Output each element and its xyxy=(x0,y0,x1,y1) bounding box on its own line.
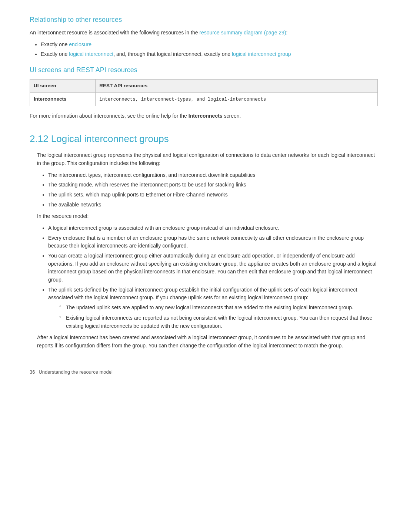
chapter-logical-interconnect-groups: 2.12 Logical interconnect groups The log… xyxy=(30,131,378,350)
bullet2-mid: , and, through that logical interconnect… xyxy=(113,51,232,57)
relationship-list: Exactly one enclosure Exactly one logica… xyxy=(41,41,378,58)
model-bullet-3: You can create a logical interconnect gr… xyxy=(48,252,378,284)
section-ui-rest: UI screens and REST API resources UI scr… xyxy=(30,65,378,120)
model-bullet-list: A logical interconnect group is associat… xyxy=(48,224,378,330)
intro-text: An interconnect resource is associated w… xyxy=(30,30,199,36)
relationship-item-2: Exactly one logical interconnect, and, t… xyxy=(41,50,378,58)
chapter-title: Logical interconnect groups xyxy=(51,133,169,144)
relationship-item-1: Exactly one enclosure xyxy=(41,41,378,49)
enclosure-link[interactable]: enclosure xyxy=(69,41,91,47)
col-header-rest-api: REST API resources xyxy=(96,79,378,92)
footer-note: For more information about interconnects… xyxy=(30,112,378,120)
chapter-bullet-4: The available networks xyxy=(48,201,378,209)
footer-label: Understanding the resource model xyxy=(39,368,112,376)
intro-paragraph: An interconnect resource is associated w… xyxy=(30,29,378,37)
rest-api-code: interconnects, interconnect-types, and l… xyxy=(99,97,266,102)
bullet1-prefix: Exactly one xyxy=(41,41,69,47)
page-footer: 36 Understanding the resource model xyxy=(30,368,378,376)
table-row: Interconnects interconnects, interconnec… xyxy=(30,92,378,106)
resource-summary-link[interactable]: resource summary diagram (page 29) xyxy=(199,30,286,36)
chapter-bullet-1: The interconnect types, interconnect con… xyxy=(48,171,378,179)
sub-bullet-2: Existing logical interconnects are repor… xyxy=(59,314,378,330)
section-relationship: Relationship to other resources An inter… xyxy=(30,15,378,58)
footer-note-bold: Interconnects xyxy=(189,113,223,119)
ui-rest-table: UI screen REST API resources Interconnec… xyxy=(30,79,378,106)
section-heading-relationship: Relationship to other resources xyxy=(30,15,378,25)
chapter-bullet-3: The uplink sets, which map uplink ports … xyxy=(48,191,378,199)
model-bullet-4: The uplink sets defined by the logical i… xyxy=(48,286,378,330)
chapter-intro: The logical interconnect group represent… xyxy=(37,151,378,167)
section-heading-ui-rest: UI screens and REST API resources xyxy=(30,65,378,75)
model-bullet-4-text: The uplink sets defined by the logical i… xyxy=(48,287,357,301)
sub-bullet-1: The updated uplink sets are applied to a… xyxy=(59,304,378,312)
footer-note-suffix: screen. xyxy=(223,113,241,119)
chapter-bullet-2: The stacking mode, which reserves the in… xyxy=(48,181,378,189)
table-header-row: UI screen REST API resources xyxy=(30,79,378,92)
model-intro: In the resource model: xyxy=(37,212,378,220)
bullet2-prefix: Exactly one xyxy=(41,51,69,57)
logical-interconnect-link[interactable]: logical interconnect xyxy=(69,51,113,57)
sub-bullet-list: The updated uplink sets are applied to a… xyxy=(59,304,378,330)
chapter-conclusion: After a logical interconnect has been cr… xyxy=(37,334,378,350)
table-cell-rest-api: interconnects, interconnect-types, and l… xyxy=(96,92,378,106)
model-bullet-1: A logical interconnect group is associat… xyxy=(48,224,378,232)
chapter-number: 2.12 xyxy=(30,133,49,144)
col-header-ui-screen: UI screen xyxy=(30,79,96,92)
page-number: 36 xyxy=(30,368,35,376)
footer-note-prefix: For more information about interconnects… xyxy=(30,113,189,119)
table-cell-ui-screen: Interconnects xyxy=(30,92,96,106)
chapter-heading: 2.12 Logical interconnect groups xyxy=(30,131,378,146)
logical-interconnect-group-link[interactable]: logical interconnect group xyxy=(232,51,291,57)
chapter-bullet-list: The interconnect types, interconnect con… xyxy=(48,171,378,209)
model-bullet-2: Every enclosure that is a member of an e… xyxy=(48,234,378,250)
